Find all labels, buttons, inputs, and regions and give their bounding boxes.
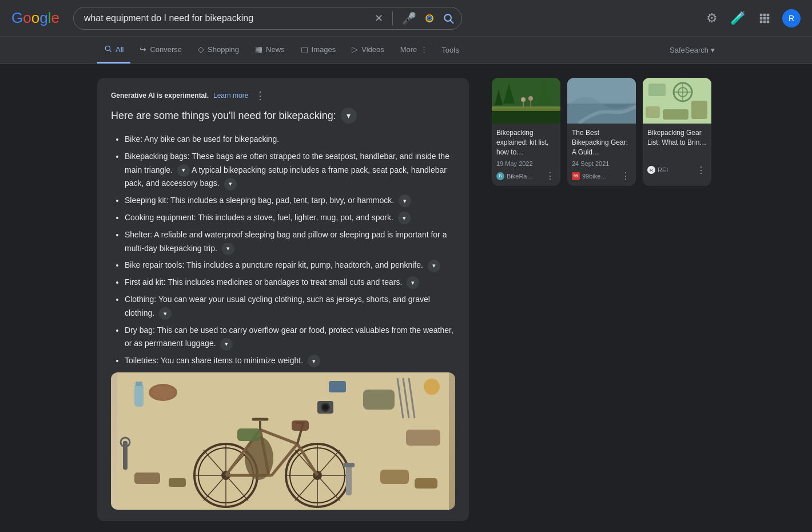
clear-button[interactable]: ✕ xyxy=(373,11,384,26)
top-right-icons: ⚙ 🧪 R xyxy=(705,9,801,27)
tab-news[interactable]: ▦ News xyxy=(248,37,292,63)
tab-videos[interactable]: ▷ Videos xyxy=(345,37,391,63)
item-expand-button[interactable]: ▾ xyxy=(428,260,440,272)
card-source: 99 99bike… xyxy=(572,172,607,180)
result-card[interactable]: Bikepacking Gear List: What to Brin… R R… xyxy=(643,78,711,186)
svg-rect-41 xyxy=(237,428,260,441)
ai-label-bold: Generative AI is experimental. xyxy=(111,92,209,100)
tab-more[interactable]: More ⋮ xyxy=(393,37,435,63)
list-item: Bikepacking bags: These bags are often s… xyxy=(125,150,455,190)
card-source-row: R REI ⋮ xyxy=(647,165,707,176)
tab-images-label: Images xyxy=(312,45,336,54)
more-label: More xyxy=(400,45,417,54)
shopping-icon: ◇ xyxy=(198,45,204,54)
svg-rect-5 xyxy=(763,13,766,16)
ai-box: Generative AI is experimental. Learn mor… xyxy=(97,78,469,521)
images-icon: ▢ xyxy=(301,45,308,54)
item-expand-button[interactable]: ▾ xyxy=(398,212,411,224)
svg-rect-78 xyxy=(648,84,666,96)
card-image-2 xyxy=(567,78,636,124)
source-favicon: 99 xyxy=(572,172,580,180)
item-expand-button[interactable]: ▾ xyxy=(308,355,320,367)
svg-rect-67 xyxy=(492,106,560,111)
settings-button[interactable]: ⚙ xyxy=(705,10,719,27)
item-text: Bike repair tools: This includes a punct… xyxy=(125,260,423,269)
tab-converse[interactable]: ↪ Converse xyxy=(133,37,189,63)
left-column: Generative AI is experimental. Learn mor… xyxy=(97,78,469,532)
item-expand-button[interactable]: ▾ xyxy=(159,307,172,320)
item-text: Sleeping kit: This includes a sleeping b… xyxy=(125,196,394,205)
lab-button[interactable]: 🧪 xyxy=(729,10,747,27)
source-name: REI xyxy=(658,166,668,173)
ai-heading: Here are some things you'll need for bik… xyxy=(111,108,455,124)
voice-search-button[interactable]: 🎤 xyxy=(401,10,417,26)
svg-rect-4 xyxy=(760,13,763,16)
converse-icon: ↪ xyxy=(140,45,146,54)
ai-heading-expand-button[interactable]: ▾ xyxy=(341,108,357,124)
svg-rect-64 xyxy=(343,463,355,467)
list-item: Dry bag: This can be used to carry overf… xyxy=(125,324,455,351)
item-text: Cooking equipment: This includes a stove… xyxy=(125,213,393,222)
tab-videos-label: Videos xyxy=(361,45,384,54)
svg-line-3 xyxy=(451,20,453,23)
apps-button[interactable] xyxy=(757,11,772,26)
tab-converse-label: Converse xyxy=(150,45,182,54)
svg-rect-9 xyxy=(767,17,770,19)
svg-rect-62 xyxy=(415,478,437,489)
tab-news-label: News xyxy=(266,45,285,54)
svg-rect-60 xyxy=(169,478,186,487)
card-title: Bikepacking Gear List: What to Brin… xyxy=(647,128,707,148)
lens-search-button[interactable] xyxy=(423,12,436,25)
result-card[interactable]: The Best Bikepacking Gear: A Guid… 24 Se… xyxy=(567,78,636,186)
item-expand-button[interactable]: ▾ xyxy=(177,164,190,177)
item-text: Dry bag: This can be used to carry overf… xyxy=(125,325,453,348)
svg-rect-12 xyxy=(767,20,770,23)
tab-all[interactable]: All xyxy=(97,37,130,63)
result-card[interactable]: Bikepacking explained: kit list, how to…… xyxy=(492,78,560,186)
tab-shopping-label: Shopping xyxy=(208,45,239,54)
top-bar: Google ✕ 🎤 xyxy=(0,0,812,37)
list-item: Sleeping kit: This includes a sleeping b… xyxy=(125,194,455,208)
item-expand-button[interactable]: ▾ xyxy=(399,194,411,207)
card-more-button[interactable]: ⋮ xyxy=(695,165,707,176)
safe-search-label: SafeSearch xyxy=(670,46,708,54)
card-body: The Best Bikepacking Gear: A Guid… 24 Se… xyxy=(567,124,636,186)
svg-point-71 xyxy=(521,97,526,102)
card-more-button[interactable]: ⋮ xyxy=(620,170,631,181)
card-title: The Best Bikepacking Gear: A Guid… xyxy=(572,128,631,157)
result-cards: Bikepacking explained: kit list, how to…… xyxy=(492,78,715,186)
tab-all-label: All xyxy=(116,45,124,54)
item-expand-button[interactable]: ▾ xyxy=(407,276,419,289)
svg-point-58 xyxy=(323,404,328,410)
item-text: Shelter: A reliable and waterproof sleep… xyxy=(125,230,447,253)
nav-tabs: All ↪ Converse ◇ Shopping ▦ News ▢ Image… xyxy=(0,37,812,64)
tools-button[interactable]: Tools xyxy=(437,38,463,62)
image-placeholder xyxy=(111,372,455,510)
ai-learn-more-link[interactable]: Learn more xyxy=(213,92,248,100)
list-item: Bike repair tools: This includes a punct… xyxy=(125,259,455,272)
item-expand-button[interactable]: ▾ xyxy=(220,338,233,351)
card-source-row: 99 99bike… ⋮ xyxy=(572,170,631,181)
google-logo[interactable]: Google xyxy=(11,9,59,27)
svg-rect-7 xyxy=(760,17,763,19)
svg-rect-42 xyxy=(292,420,309,431)
search-submit-button[interactable] xyxy=(441,11,455,25)
search-icon-group: ✕ 🎤 xyxy=(373,10,455,26)
main-content: Generative AI is experimental. Learn mor… xyxy=(0,64,812,532)
svg-rect-55 xyxy=(329,381,346,392)
card-source: R REI xyxy=(647,166,668,174)
item-text: First aid kit: This includes medicines o… xyxy=(125,277,402,287)
safe-search-button[interactable]: SafeSearch ▾ xyxy=(670,46,715,54)
item-expand-button[interactable]: ▾ xyxy=(222,243,234,255)
avatar[interactable]: R xyxy=(782,9,801,27)
card-image-1 xyxy=(492,78,560,124)
card-title: Bikepacking explained: kit list, how to… xyxy=(496,128,556,157)
tab-images[interactable]: ▢ Images xyxy=(294,37,343,63)
ai-more-options-icon[interactable]: ⋮ xyxy=(255,89,265,102)
card-more-button[interactable]: ⋮ xyxy=(544,170,556,181)
item-expand-button-2[interactable]: ▾ xyxy=(224,178,237,190)
svg-point-0 xyxy=(426,15,433,22)
bikepacking-image xyxy=(111,372,455,510)
tab-shopping[interactable]: ◇ Shopping xyxy=(191,37,246,63)
card-date xyxy=(647,151,707,161)
